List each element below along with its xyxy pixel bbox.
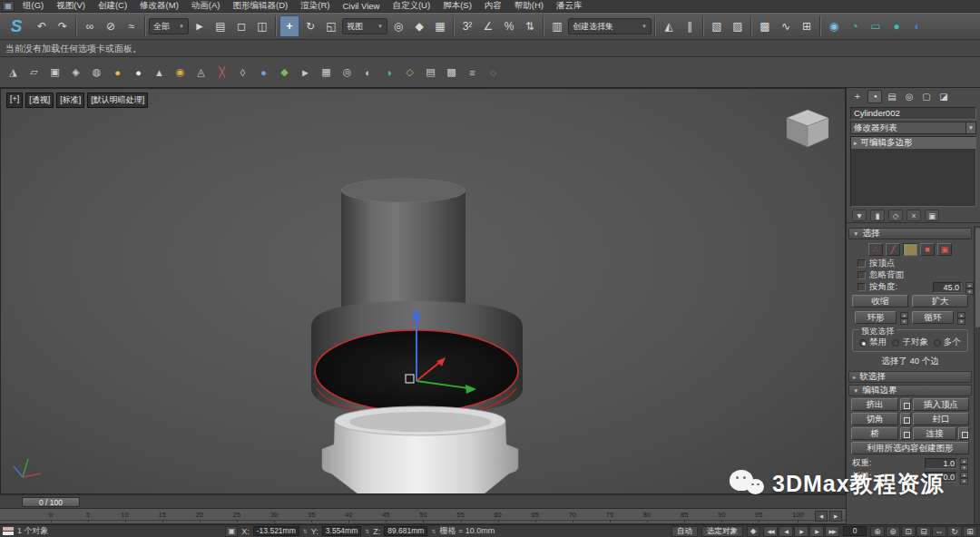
grid-tool-icon[interactable]: ▦ [317, 63, 336, 83]
swift-loop-icon[interactable]: ◎ [338, 63, 357, 83]
bottle-model[interactable] [322, 406, 518, 494]
configure-modifier-sets-icon[interactable]: ▣ [925, 210, 939, 221]
display-tab-icon[interactable]: ▢ [919, 90, 934, 103]
zoom-extents-icon[interactable]: ⊡ [901, 526, 916, 537]
checkbox-icon[interactable] [858, 259, 866, 268]
menu-content[interactable]: 内容 [478, 0, 508, 12]
scrollbar-thumb[interactable] [975, 228, 980, 327]
selection-lock-icon[interactable]: ▣ [225, 526, 238, 537]
toggle-layer-explorer-icon[interactable]: ▨ [728, 15, 748, 37]
expand-arrow-icon[interactable]: ▸ [854, 140, 858, 147]
weight-spinner[interactable]: ▲▼ [960, 458, 968, 469]
select-and-link-icon[interactable]: ∞ [80, 15, 100, 37]
crease-spinner[interactable]: ▲▼ [960, 472, 968, 483]
branch-tool-icon[interactable]: ◇ [400, 63, 419, 83]
preview-multiple-radio[interactable]: 多个 [934, 337, 961, 348]
preview-subobject-radio[interactable]: 子对象 [892, 337, 928, 348]
edge-subobject-icon[interactable]: ╱ [886, 243, 900, 256]
play-animation-button[interactable]: ▶ [794, 526, 808, 537]
bridge-settings-button[interactable] [900, 427, 911, 440]
blue-sphere-icon[interactable]: ● [254, 63, 273, 83]
track-bar[interactable]: 0510152025303540455055606570758085909510… [0, 509, 846, 524]
pattern-tool-icon[interactable]: ▩ [442, 63, 461, 83]
orbit-icon[interactable]: ↻ [947, 526, 962, 537]
maxscript-mini-listener[interactable] [3, 527, 14, 535]
select-and-manipulate-icon[interactable]: ◆ [409, 15, 429, 37]
menu-modifiers[interactable]: 修改器(M) [133, 0, 185, 12]
object-paint-icon[interactable]: ◍ [87, 63, 106, 83]
menu-rendering[interactable]: 渲染(R) [294, 0, 336, 12]
coord-x-spinner[interactable]: ⇅ [303, 528, 308, 534]
modifier-list-dropdown[interactable]: 修改器列表 ▼ [850, 122, 976, 134]
edit-named-selection-sets-icon[interactable]: ▥ [547, 15, 567, 37]
menu-graph-editors[interactable]: 图形编辑器(D) [227, 0, 295, 12]
menu-panyunku[interactable]: 潘云库 [550, 0, 589, 12]
by-angle-row[interactable]: 按角度: 45.0 ▲▼ [847, 281, 974, 293]
angle-snap-toggle-icon[interactable]: ∠ [478, 15, 498, 37]
object-name-field[interactable]: Cylinder002 [850, 107, 976, 120]
render-setup-icon[interactable]: ◔ [845, 15, 865, 37]
angle-spinner[interactable]: ▲▼ [965, 282, 974, 293]
menu-views[interactable]: 视图(V) [50, 0, 92, 12]
create-shape-button[interactable]: 利用所选内容创建图形 [851, 442, 969, 454]
go-to-end-button[interactable]: ▶▶ [825, 526, 839, 537]
pin-stack-icon[interactable]: ▼ [852, 210, 867, 221]
coord-z-spinner[interactable]: ⇅ [431, 528, 436, 534]
preview-disabled-radio[interactable]: 禁用 [859, 337, 887, 348]
polygon-subobject-icon[interactable]: ■ [920, 243, 935, 256]
snaps-toggle-icon[interactable]: 3² [457, 15, 477, 37]
previous-key-button[interactable]: ◀ [815, 511, 828, 522]
toggle-scene-explorer-icon[interactable]: ▧ [707, 15, 727, 37]
selection-panel-icon[interactable]: ◈ [66, 63, 85, 83]
maxscript-macro-pane[interactable] [3, 527, 14, 531]
menu-animation[interactable]: 动画(A) [185, 0, 227, 12]
menu-scripting[interactable]: 脚本(S) [436, 0, 478, 12]
modify-tab-icon[interactable]: ◔ [867, 90, 882, 103]
insert-vertex-button[interactable]: 插入顶点 [913, 398, 969, 411]
viewport-menu-plus[interactable]: [+] [6, 93, 23, 108]
zoom-all-icon[interactable]: ⊛ [886, 526, 900, 537]
arrow-tool-icon[interactable]: ► [296, 63, 315, 83]
app-icon[interactable]: ▦ [2, 1, 15, 12]
redo-icon[interactable]: ↷ [53, 15, 73, 37]
bind-to-space-warp-icon[interactable]: ≈ [122, 15, 142, 37]
loop-spinner[interactable]: ▲▼ [957, 312, 965, 323]
border-subobject-icon[interactable]: ◇ [903, 243, 917, 256]
make-unique-icon[interactable]: ◇ [888, 210, 903, 221]
slider-tool-icon[interactable]: ≡ [463, 63, 482, 83]
reference-coordinate-system-dropdown[interactable]: 视图▼ [342, 18, 387, 34]
time-slider-track[interactable]: 0 / 100 [0, 494, 846, 509]
grow-button[interactable]: 扩大 [912, 295, 968, 308]
vertex-subobject-icon[interactable]: ∴ [868, 243, 883, 256]
extrude-settings-button[interactable] [900, 398, 911, 411]
menu-create[interactable]: 创建(C) [92, 0, 133, 12]
named-selection-sets-dropdown[interactable]: 创建选择集▼ [568, 18, 652, 34]
top-cylinder-body[interactable] [341, 190, 466, 308]
checkbox-icon[interactable] [858, 271, 866, 279]
by-vertex-row[interactable]: 按顶点 [847, 258, 974, 269]
zoom-icon[interactable]: ⊕ [870, 526, 885, 537]
maximize-viewport-icon[interactable]: ⊞ [963, 526, 977, 537]
command-panel-scrollbar[interactable] [974, 226, 980, 524]
rendered-frame-window-icon[interactable]: ▭ [866, 15, 886, 37]
soft-selection-rollout-header[interactable]: ▸ 软选择 [848, 371, 972, 383]
white-sphere-icon[interactable]: ● [129, 63, 148, 83]
next-frame-button[interactable]: ▶ [809, 526, 824, 537]
loop-button[interactable]: 循环 [912, 311, 954, 324]
unlink-selection-icon[interactable]: ⊘ [101, 15, 121, 37]
checkbox-icon[interactable] [858, 283, 866, 291]
stack-item-editable-poly[interactable]: ▸ 可编辑多边形 [851, 137, 975, 149]
connect-settings-button[interactable] [958, 427, 969, 440]
current-frame-field[interactable]: 0 [843, 526, 867, 536]
coord-x-field[interactable]: -13.521mm [253, 526, 299, 536]
window-crossing-toggle-icon[interactable]: ◫ [252, 15, 272, 37]
create-tab-icon[interactable]: + [850, 90, 865, 103]
extrude-button[interactable]: 挤出 [851, 398, 898, 411]
remove-modifier-icon[interactable]: × [906, 210, 921, 221]
toggle-ribbon-icon[interactable]: ▩ [755, 15, 775, 37]
ignore-backfacing-row[interactable]: 忽略背面 [847, 269, 974, 281]
align-icon[interactable]: ∥ [680, 15, 700, 37]
auto-key-button[interactable]: 自动 [671, 526, 698, 537]
menu-group[interactable]: 组(G) [16, 0, 50, 12]
mirror-icon[interactable]: ◭ [659, 15, 679, 37]
